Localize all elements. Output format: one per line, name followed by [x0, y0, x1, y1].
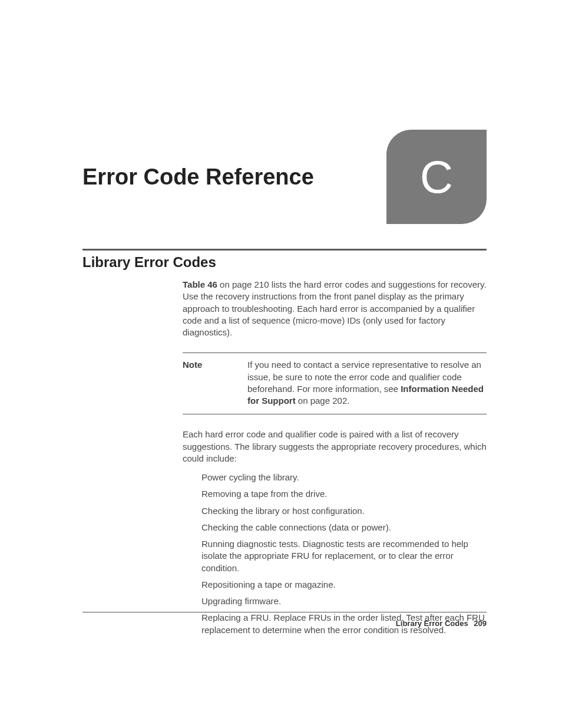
intro-text: on page 210 lists the hard error codes a…	[183, 279, 487, 337]
list-item: Checking the library or host configurati…	[201, 505, 487, 517]
intro-paragraph: Table 46 on page 210 lists the hard erro…	[183, 279, 487, 338]
section-rule	[82, 249, 487, 251]
note-box: Note If you need to contact a service re…	[183, 353, 487, 414]
appendix-letter-badge: C	[386, 130, 487, 224]
note-label: Note	[183, 359, 247, 407]
note-text: If you need to contact a service represe…	[247, 359, 487, 407]
table-reference-link[interactable]: Table 46	[183, 279, 217, 289]
list-item: Checking the cable connections (data or …	[201, 522, 487, 533]
note-text-post: on page 202.	[296, 396, 350, 406]
body-paragraph: Each hard error code and qualifier code …	[183, 429, 487, 465]
list-item: Repositioning a tape or magazine.	[201, 579, 487, 591]
footer-page-number: 209	[474, 619, 487, 628]
recovery-list: Power cycling the library. Removing a ta…	[201, 472, 487, 636]
footer-rule	[82, 612, 487, 612]
list-item: Upgrading firmware.	[201, 595, 487, 607]
page-title: Error Code Reference	[82, 164, 314, 190]
list-item: Running diagnostic tests. Diagnostic tes…	[201, 538, 487, 574]
list-item: Removing a tape from the drive.	[201, 488, 487, 500]
list-item: Power cycling the library.	[201, 472, 487, 483]
footer-title: Library Error Codes	[396, 619, 468, 628]
section-heading: Library Error Codes	[82, 254, 487, 271]
page-footer: Library Error Codes 209	[396, 619, 487, 628]
